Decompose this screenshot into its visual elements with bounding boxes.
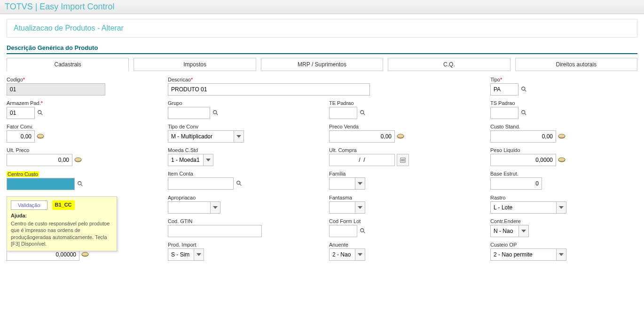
field-te-padrao: TE Padrao — [329, 100, 476, 119]
svg-rect-19 — [401, 159, 402, 160]
label-apropriacao: Apropriacao — [168, 195, 315, 200]
chevron-down-icon[interactable] — [210, 201, 220, 214]
field-tipo-conv: Tipo de Conv — [168, 124, 315, 143]
tab-impostos[interactable]: Impostos — [134, 58, 256, 71]
select-tipo-conv[interactable] — [168, 130, 234, 143]
label-base-estrut: Base Estrut. — [490, 171, 637, 176]
chevron-down-icon[interactable] — [194, 248, 204, 261]
field-preco-venda: Preco Venda — [329, 124, 476, 143]
label-peso-liquido: Peso Liquido — [490, 147, 637, 153]
input-fator-conv[interactable] — [7, 130, 35, 143]
input-base-estrut[interactable] — [490, 177, 542, 190]
input-ult-compra[interactable] — [329, 154, 395, 166]
search-icon[interactable] — [520, 109, 528, 117]
input-ult-preco[interactable] — [7, 154, 72, 166]
validation-button[interactable]: Validação — [11, 200, 47, 210]
tooltip-field-code: B1_CC — [52, 200, 75, 210]
svg-line-7 — [363, 113, 365, 115]
tab-cq[interactable]: C.Q. — [388, 58, 510, 71]
input-codigo[interactable] — [7, 83, 105, 96]
section-title: Descrição Genérica do Produto — [7, 44, 637, 54]
svg-rect-22 — [401, 160, 402, 161]
search-icon[interactable] — [359, 227, 367, 235]
select-rastro[interactable] — [490, 201, 556, 214]
search-icon[interactable] — [520, 86, 528, 93]
label-contr-endere: Contr.Endere — [490, 218, 637, 224]
select-contr-endere[interactable] — [490, 225, 518, 237]
label-armazem: Armazem Pad. — [7, 100, 41, 106]
field-grupo: Grupo — [168, 100, 315, 119]
search-icon[interactable] — [37, 109, 44, 117]
label-fator-conv: Fator Conv. — [7, 124, 154, 129]
chevron-down-icon[interactable] — [355, 248, 365, 261]
search-icon[interactable] — [359, 109, 367, 117]
label-ts-padrao: TS Padrao — [490, 100, 637, 106]
input-te-padrao[interactable] — [329, 107, 357, 119]
input-armazem[interactable] — [7, 107, 35, 119]
input-tipo[interactable] — [490, 83, 518, 96]
calendar-icon[interactable] — [397, 154, 409, 166]
field-apropriacao: Apropriacao — [168, 195, 315, 214]
tab-cadastrais[interactable]: Cadastrais — [7, 58, 129, 71]
svg-point-29 — [237, 181, 240, 184]
svg-point-11 — [37, 134, 44, 138]
input-peso-liquido[interactable] — [490, 154, 556, 166]
input-cod-gtin[interactable] — [168, 225, 262, 237]
select-familia[interactable] — [329, 177, 355, 190]
field-peso-liquido: Peso Liquido — [490, 147, 637, 166]
svg-point-31 — [361, 229, 364, 232]
chevron-down-icon[interactable] — [203, 154, 213, 166]
input-cod-form-lot[interactable] — [329, 225, 357, 237]
field-rastro: Rastro — [490, 195, 637, 214]
money-icon — [37, 133, 44, 140]
chevron-down-icon[interactable] — [556, 201, 566, 214]
chevron-down-icon[interactable] — [355, 177, 365, 190]
input-grupo[interactable] — [168, 107, 210, 119]
field-moeda-cstd: Moeda C.Std — [168, 147, 315, 166]
field-fator-conv: Fator Conv. — [7, 124, 154, 143]
svg-point-0 — [522, 87, 525, 90]
input-preco-venda[interactable] — [329, 130, 395, 143]
input-custo-stand[interactable] — [490, 130, 556, 143]
select-anuente[interactable] — [329, 248, 355, 261]
field-custeio-op: Custeio OP — [490, 242, 637, 261]
label-grupo: Grupo — [168, 100, 315, 106]
svg-point-2 — [38, 111, 41, 114]
field-base-estrut: Base Estrut. — [490, 171, 637, 190]
select-apropriacao[interactable] — [168, 201, 210, 214]
label-preco-venda: Preco Venda — [329, 124, 476, 129]
chevron-down-icon[interactable] — [355, 201, 365, 214]
svg-line-28 — [81, 184, 83, 186]
input-descricao[interactable] — [168, 83, 370, 96]
money-icon — [558, 133, 565, 140]
input-ts-padrao[interactable] — [490, 107, 518, 119]
input-item-conta[interactable] — [168, 177, 234, 190]
chevron-down-icon[interactable] — [556, 248, 566, 261]
field-ult-preco: Ult. Preco — [7, 147, 154, 166]
chevron-down-icon[interactable] — [518, 225, 529, 237]
svg-line-1 — [525, 90, 526, 92]
svg-rect-21 — [404, 159, 405, 160]
field-custo-stand: Custo Stand. — [490, 124, 637, 143]
svg-point-4 — [213, 111, 217, 114]
svg-point-15 — [558, 134, 565, 138]
svg-line-9 — [525, 113, 526, 115]
field-ult-compra: Ult. Compra — [329, 147, 476, 166]
field-cod-gtin: Cod. GTIN — [168, 218, 315, 237]
tab-mrp[interactable]: MRP / Suprimentos — [261, 58, 383, 71]
select-moeda-cstd[interactable] — [168, 154, 203, 166]
search-icon[interactable] — [77, 180, 84, 188]
search-icon[interactable] — [236, 180, 243, 187]
field-cod-form-lot: Cod Form Lot — [329, 218, 476, 237]
search-icon[interactable] — [212, 109, 220, 117]
field-centro-custo: Centro Custo Validação B1_CC Ajuda: Cent… — [7, 171, 154, 190]
chevron-down-icon[interactable] — [234, 130, 244, 143]
tab-direitos[interactable]: Direitos autorais — [515, 58, 637, 71]
svg-point-27 — [78, 182, 81, 185]
select-custeio-op[interactable] — [490, 248, 556, 261]
field-descricao: Descricao* — [168, 77, 476, 96]
select-fantasma[interactable] — [329, 201, 355, 214]
input-centro-custo[interactable] — [7, 178, 75, 190]
label-familia: Familia — [329, 171, 476, 176]
select-prod-import[interactable] — [168, 248, 194, 261]
